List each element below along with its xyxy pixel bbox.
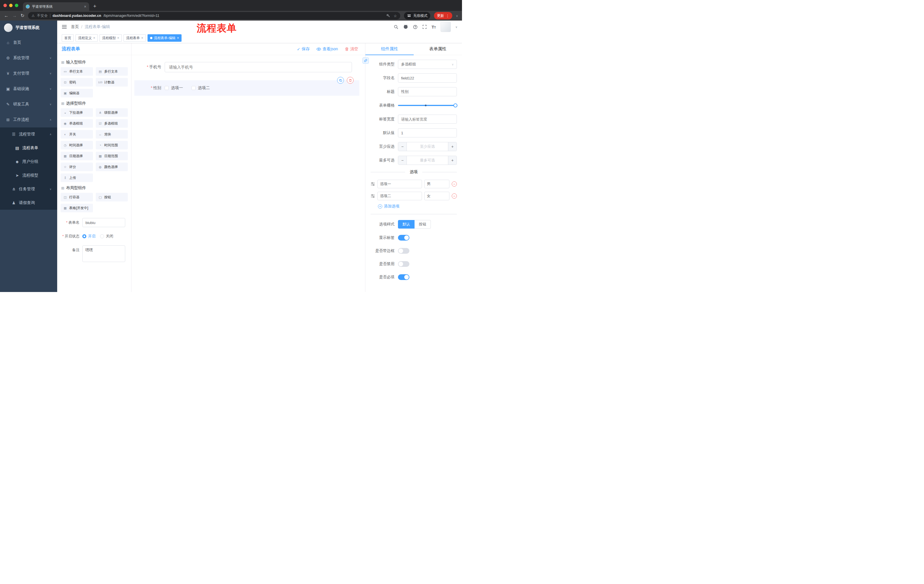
tag-home[interactable]: 首页 (62, 34, 74, 42)
component-type-select[interactable]: 多选框组 ∨ (398, 60, 457, 69)
tag-close-icon[interactable]: × (177, 36, 179, 40)
drag-handle-icon[interactable] (371, 182, 375, 186)
chrome-toolbar-caret-icon[interactable]: ∨ (456, 14, 458, 17)
palette-item-color-picker[interactable]: ◍颜色选择 (96, 163, 128, 171)
copy-field-icon[interactable] (337, 77, 344, 84)
palette-item-rate[interactable]: ☆评分 (61, 163, 93, 171)
sidebar-item-system[interactable]: ⚙ 系统管理 ∨ (0, 50, 57, 66)
sidebar-item-home[interactable]: ⌂ 首页 (0, 35, 57, 50)
option-label-input[interactable] (377, 180, 422, 188)
sidebar-item-payment[interactable]: ¥ 支付管理 ∨ (0, 66, 57, 81)
label-width-input[interactable] (398, 115, 457, 124)
max-select-placeholder[interactable]: 最多可选 (407, 156, 448, 165)
tag-process-model[interactable]: 流程模型 × (99, 34, 122, 42)
password-key-icon[interactable] (386, 14, 390, 18)
decrement-icon[interactable]: − (398, 142, 407, 151)
palette-item-date-picker[interactable]: ▦日期选择 (61, 152, 93, 160)
properties-body[interactable]: 组件类型 多选框组 ∨ 字段名 标题 (365, 55, 462, 292)
palette-item-radio-group[interactable]: ◉单选框组 (61, 119, 93, 128)
forward-icon[interactable]: → (12, 13, 17, 18)
fullscreen-icon[interactable] (422, 25, 427, 29)
delete-field-icon[interactable] (347, 77, 354, 84)
palette-item-date-range[interactable]: ▩日期范围 (96, 152, 128, 160)
palette-item-button[interactable]: ▢按钮 (96, 193, 128, 201)
border-toggle[interactable] (398, 248, 409, 254)
sidebar-item-leave-query[interactable]: ♟ 请假查询 (0, 196, 57, 210)
required-toggle[interactable] (398, 274, 409, 280)
reload-icon[interactable]: ↻ (21, 13, 24, 18)
gender-option-2-checkbox[interactable]: 选项二 (191, 86, 210, 90)
sidebar-item-devtools[interactable]: ✎ 研发工具 ∨ (0, 97, 57, 112)
tab-form-props[interactable]: 表单属性 (414, 43, 462, 55)
browser-menu-kebab-icon[interactable]: ⋮ (446, 14, 449, 18)
palette-item-editor[interactable]: ▣编辑器 (61, 89, 93, 97)
github-icon[interactable] (403, 24, 408, 30)
min-select-placeholder[interactable]: 至少应选 (407, 142, 448, 151)
palette-item-counter[interactable]: 123计数器 (96, 78, 128, 87)
tag-process-form-edit[interactable]: 流程表单-编辑 × (147, 34, 182, 42)
palette-scroll-area[interactable]: ⊞ 输入型组件 ▭单行文本 ▤多行文本 ⊡密码 123计数器 ▣编辑器 ⊞ 选择… (57, 55, 131, 292)
sidebar-item-process-form[interactable]: ▤ 流程表单 (0, 141, 57, 155)
minimize-window-button[interactable] (9, 4, 13, 7)
add-option-button[interactable]: + 添加选项 (378, 204, 457, 209)
zoom-window-button[interactable] (15, 4, 18, 7)
sidebar-item-workflow[interactable]: ⊞ 工作流程 ∧ (0, 112, 57, 127)
style-default-button[interactable]: 默认 (398, 220, 414, 229)
form-grid-slider[interactable] (398, 101, 457, 110)
sidebar-item-infra[interactable]: ▣ 基础设施 ∨ (0, 81, 57, 97)
bookmark-star-icon[interactable]: ☆ (394, 14, 397, 18)
breadcrumb-home[interactable]: 首页 (71, 24, 79, 30)
palette-item-slider[interactable]: ↔滑块 (96, 130, 128, 138)
tag-close-icon[interactable]: × (93, 36, 95, 40)
tab-close-icon[interactable]: × (84, 4, 86, 9)
status-on-radio[interactable]: 开启 (82, 234, 96, 239)
option-value-input[interactable] (424, 180, 449, 188)
gender-option-1-checkbox[interactable]: 选项一 (165, 86, 183, 90)
field-name-input[interactable] (398, 73, 457, 82)
palette-item-upload[interactable]: ↥上传 (61, 173, 93, 182)
sidebar-item-user-group[interactable]: ☻ 用户分组 (0, 155, 57, 169)
form-name-input[interactable] (82, 218, 125, 227)
palette-item-checkbox-group[interactable]: ☑多选框组 (96, 119, 128, 128)
slider-handle[interactable] (454, 104, 457, 107)
palette-item-time-picker[interactable]: ◷时间选择 (61, 141, 93, 150)
tag-process-definition[interactable]: 流程定义 × (76, 34, 98, 42)
palette-item-row-container[interactable]: ◫行容器 (61, 193, 93, 201)
canvas-field-phone[interactable]: 手机号 (134, 59, 360, 75)
palette-item-table[interactable]: ▦表格[开发中] (61, 204, 93, 212)
search-icon[interactable] (394, 25, 399, 30)
save-button[interactable]: ✓ 保存 (297, 46, 310, 52)
tab-component-props[interactable]: 组件属性 (365, 43, 414, 55)
view-json-button[interactable]: 查看json (317, 46, 338, 52)
form-canvas[interactable]: 手机号 性别 (132, 55, 365, 292)
sidebar-toggle-hamburger-icon[interactable] (62, 25, 67, 29)
new-tab-button[interactable]: + (93, 3, 96, 10)
back-icon[interactable]: ← (4, 13, 8, 18)
close-window-button[interactable] (3, 4, 7, 7)
help-question-icon[interactable] (413, 25, 418, 30)
option-label-input[interactable] (377, 192, 422, 200)
remove-option-icon[interactable]: − (452, 181, 457, 187)
default-value-input[interactable] (398, 128, 457, 137)
tag-close-icon[interactable]: × (141, 36, 143, 40)
palette-item-textarea[interactable]: ▤多行文本 (96, 67, 128, 76)
link-icon[interactable] (363, 58, 369, 64)
palette-item-time-range[interactable]: ◔时间范围 (96, 141, 128, 150)
clear-button[interactable]: 清空 (345, 46, 358, 52)
palette-item-cascader[interactable]: ⋔级联选择 (96, 108, 128, 117)
sidebar-item-process-model[interactable]: ➤ 流程模型 (0, 169, 57, 182)
increment-icon[interactable]: + (448, 156, 457, 165)
avatar-caret-icon[interactable]: ∨ (455, 25, 457, 29)
tag-close-icon[interactable]: × (117, 36, 119, 40)
show-label-toggle[interactable] (398, 235, 409, 240)
phone-input[interactable] (165, 62, 352, 72)
palette-item-single-text[interactable]: ▭单行文本 (61, 67, 93, 76)
remark-textarea[interactable]: 嘿嘿 (82, 245, 125, 262)
palette-item-dropdown[interactable]: ◒下拉选择 (61, 108, 93, 117)
browser-update-button[interactable]: 更新 ⋮ (434, 12, 452, 20)
title-input[interactable] (398, 87, 457, 96)
not-secure-warning-icon[interactable]: ⚠ (31, 14, 35, 18)
sidebar-item-task-management[interactable]: ⋔ 任务管理 ∨ (0, 182, 57, 196)
canvas-field-gender-selected[interactable]: 性别 选项一 选项二 (134, 80, 360, 96)
status-off-radio[interactable]: 关闭 (100, 234, 113, 239)
